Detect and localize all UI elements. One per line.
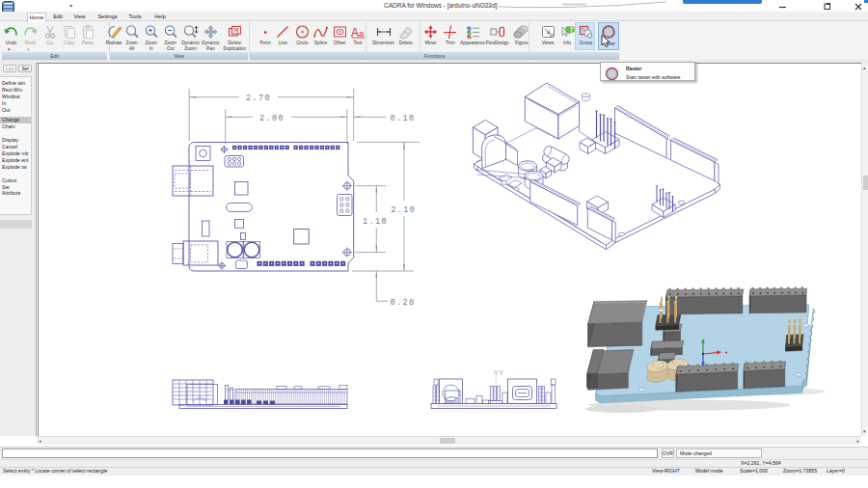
svg-text:0.10: 0.10 <box>390 114 415 123</box>
svg-text:2.10: 2.10 <box>391 205 416 215</box>
svg-text:2.70: 2.70 <box>246 94 271 103</box>
svg-text:2.00: 2.00 <box>259 114 285 123</box>
svg-text:Y: Y <box>500 369 504 376</box>
svg-text:A: A <box>351 26 359 40</box>
svg-text:0.28: 0.28 <box>390 298 415 308</box>
svg-text:1.10: 1.10 <box>363 217 388 227</box>
svg-text:a: a <box>359 28 365 39</box>
